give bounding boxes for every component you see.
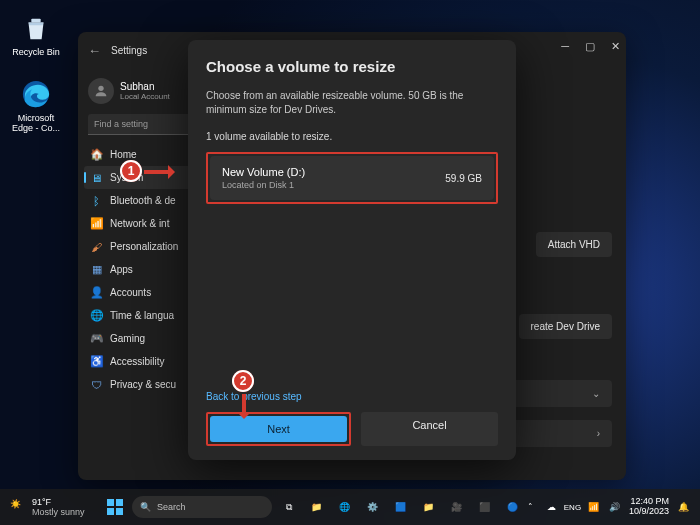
start-button[interactable] [104, 496, 126, 518]
svg-rect-5 [107, 508, 114, 515]
annotation-highlight: New Volume (D:) Located on Disk 1 59.9 G… [206, 152, 498, 204]
sidebar-item-privacy[interactable]: 🛡Privacy & secu [84, 373, 202, 396]
settings-sidebar: Subhan Local Account Find a setting 🏠Hom… [78, 68, 202, 480]
svg-rect-4 [116, 499, 123, 506]
annotation-badge-2: 2 [232, 370, 254, 392]
wifi-icon: 📶 [90, 217, 103, 230]
search-icon: 🔍 [140, 502, 151, 512]
chevron-right-icon: › [597, 428, 600, 439]
taskbar-clock[interactable]: 12:40 PM 10/9/2023 [629, 497, 669, 517]
maximize-icon[interactable]: ▢ [585, 40, 595, 53]
chevron-down-icon: ⌄ [592, 388, 600, 399]
weather-cond: Mostly sunny [32, 507, 85, 517]
sidebar-item-system[interactable]: 🖥System [84, 166, 202, 189]
accounts-icon: 👤 [90, 286, 103, 299]
svg-rect-6 [116, 508, 123, 515]
sidebar-item-bluetooth[interactable]: ᛒBluetooth & de [84, 189, 202, 212]
edge-icon [20, 78, 52, 110]
attach-vhd-button[interactable]: Attach VHD [536, 232, 612, 257]
search-input[interactable]: Find a setting [88, 114, 198, 135]
sidebar-item-apps[interactable]: ▦Apps [84, 258, 202, 281]
home-icon: 🏠 [90, 148, 103, 161]
create-dev-drive-button[interactable]: reate Dev Drive [519, 314, 612, 339]
shield-icon: 🛡 [90, 378, 103, 391]
taskbar-app[interactable]: 🔵 [502, 496, 524, 518]
taskbar-app[interactable]: ⬛ [474, 496, 496, 518]
sidebar-item-accounts[interactable]: 👤Accounts [84, 281, 202, 304]
taskbar-app-settings[interactable]: ⚙️ [362, 496, 384, 518]
sidebar-item-personalization[interactable]: 🖌Personalization [84, 235, 202, 258]
back-link[interactable]: Back to previous step [206, 391, 302, 402]
volume-title: New Volume (D:) [222, 166, 305, 178]
desktop-icon-edge[interactable]: Microsoft Edge - Co... [8, 78, 64, 133]
sidebar-item-home[interactable]: 🏠Home [84, 143, 202, 166]
bluetooth-icon: ᛒ [90, 194, 103, 207]
svg-rect-0 [31, 19, 40, 23]
account-row[interactable]: Subhan Local Account [84, 74, 202, 114]
notifications-icon[interactable]: 🔔 [677, 501, 690, 514]
next-button[interactable]: Next [210, 416, 347, 442]
apps-icon: ▦ [90, 263, 103, 276]
tray-cloud-icon[interactable]: ☁ [545, 501, 558, 514]
accessibility-icon: ♿ [90, 355, 103, 368]
resize-volume-dialog: Choose a volume to resize Choose from an… [188, 40, 516, 460]
avatar-icon [88, 78, 114, 104]
account-name: Subhan [120, 81, 170, 92]
close-icon[interactable]: ✕ [611, 40, 620, 53]
clock-icon: 🌐 [90, 309, 103, 322]
tray-volume-icon[interactable]: 🔊 [608, 501, 621, 514]
sidebar-item-time[interactable]: 🌐Time & langua [84, 304, 202, 327]
annotation-arrow-down [239, 394, 251, 426]
minimize-icon[interactable]: ─ [561, 40, 569, 53]
back-icon[interactable]: ← [88, 43, 101, 58]
system-icon: 🖥 [90, 171, 103, 184]
sidebar-item-accessibility[interactable]: ♿Accessibility [84, 350, 202, 373]
volume-detail: Located on Disk 1 [222, 180, 305, 190]
tray-network-icon[interactable]: 📶 [587, 501, 600, 514]
gaming-icon: 🎮 [90, 332, 103, 345]
taskbar-weather[interactable]: ☀️ 91°F Mostly sunny [0, 497, 104, 517]
annotation-badge-1: 1 [120, 160, 142, 182]
weather-icon: ☀️ [10, 499, 26, 515]
volume-item[interactable]: New Volume (D:) Located on Disk 1 59.9 G… [210, 156, 494, 200]
volume-size: 59.9 GB [445, 173, 482, 184]
weather-temp: 91°F [32, 497, 85, 507]
desktop-icon-label: Recycle Bin [8, 47, 64, 57]
taskbar-app[interactable]: 🟦 [390, 496, 412, 518]
desktop-icon-recycle-bin[interactable]: Recycle Bin [8, 12, 64, 57]
tray-chevron-icon[interactable]: ˄ [524, 501, 537, 514]
sidebar-item-network[interactable]: 📶Network & int [84, 212, 202, 235]
dialog-title: Choose a volume to resize [206, 58, 498, 75]
taskbar-app[interactable]: 🎥 [446, 496, 468, 518]
svg-point-2 [98, 86, 103, 91]
taskbar-app[interactable]: 📁 [418, 496, 440, 518]
brush-icon: 🖌 [90, 240, 103, 253]
desktop-icon-label: Microsoft Edge - Co... [8, 113, 64, 133]
app-title: Settings [111, 45, 147, 56]
svg-rect-3 [107, 499, 114, 506]
task-view-button[interactable]: ⧉ [278, 496, 300, 518]
volumes-available-text: 1 volume available to resize. [206, 131, 498, 142]
taskbar: ☀️ 91°F Mostly sunny 🔍Search ⧉ 📁 🌐 ⚙️ 🟦 … [0, 489, 700, 525]
tray-language-icon[interactable]: ENG [566, 501, 579, 514]
taskbar-app-explorer[interactable]: 📁 [306, 496, 328, 518]
cancel-button[interactable]: Cancel [361, 412, 498, 446]
taskbar-search[interactable]: 🔍Search [132, 496, 272, 518]
sidebar-item-gaming[interactable]: 🎮Gaming [84, 327, 202, 350]
annotation-highlight: Next [206, 412, 351, 446]
taskbar-app-edge[interactable]: 🌐 [334, 496, 356, 518]
account-subtitle: Local Account [120, 92, 170, 101]
recycle-bin-icon [20, 12, 52, 44]
annotation-arrow-right [144, 166, 182, 178]
dialog-description: Choose from an available resizeable volu… [206, 89, 498, 117]
